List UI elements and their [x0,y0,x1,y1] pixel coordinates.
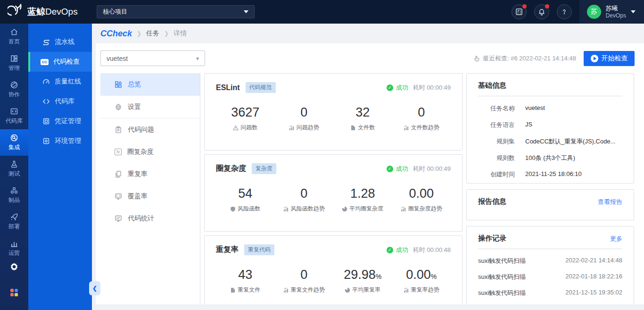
notifications-button[interactable] [534,4,549,19]
trend-icon [404,125,409,131]
menu-item-settings[interactable]: 设置 [100,96,200,118]
gauge-icon [42,78,50,85]
panel-title: 报告信息 [478,197,506,206]
help-button[interactable] [557,4,572,19]
task-select[interactable]: vuetest ▾ [100,50,205,66]
breadcrumb-app[interactable]: CCheck [100,29,132,39]
environment-icon [42,137,50,145]
stat-risk-func-trend[interactable]: 0 风险函数趋势 [275,186,334,213]
settings-gear-icon[interactable] [9,262,19,274]
sidebar-item-credentials[interactable]: 凭证管理 [28,111,92,131]
menu-item-overview[interactable]: 总览 [100,73,200,95]
menu-item-code-statistics[interactable]: 代码统计 [100,207,200,229]
sidebar-item-code-check[interactable]: CC 代码检查 [28,52,92,72]
user-menu[interactable]: 苏 苏曦 DevOps [579,0,644,24]
tool-tag: 代码规范 [246,82,276,93]
sidebar-item-pipeline[interactable]: 流水线 [28,32,92,52]
stat-complexity-trend[interactable]: 0.00 圈复杂度趋势 [392,186,451,213]
file-icon [350,125,356,131]
sidebar-item-quality-gate[interactable]: 质量红线 [28,72,92,92]
chevron-down-icon [631,10,636,13]
more-records-link[interactable]: 更多 [610,235,622,243]
copy-docs-icon [115,170,122,178]
stat-dup-files-trend[interactable]: 0 重复文件趋势 [275,268,334,294]
content-panel: vuetest ▾ 最近检查: #6 2022-02-21 14:14:48 开… [96,43,644,304]
sidebar-item-test[interactable]: 测试 [0,156,28,182]
start-check-button[interactable]: 开始检查 [584,51,635,66]
stat-dup-files[interactable]: 43 重复文件 [216,268,275,294]
panel-title: 操作记录 [478,234,506,243]
todo-list-button[interactable] [512,4,527,19]
task-menu: 总览 设置 代码问题 fx 圈复杂度 [100,73,200,304]
breadcrumb: CCheck ❯ 任务 ❯ 详情 [92,24,644,43]
menu-item-code-issues[interactable]: 代码问题 [100,118,200,141]
view-report-link[interactable]: 查看报告 [598,198,622,206]
manage-grid-icon [10,54,18,63]
sidebar-item-manage[interactable]: 管理 [0,50,28,76]
breadcrumb-tasks[interactable]: 任务 [146,29,159,38]
stat-issue-count[interactable]: 3627 问题数 [216,105,275,132]
trigger-hand-icon [473,55,480,62]
file-icon [230,287,236,293]
card-title[interactable]: 重复率 [216,245,239,255]
sidebar-item-integration[interactable]: 集成 [0,129,28,156]
stat-dup-rate-trend[interactable]: 0.00% 重复率趋势 [392,268,451,294]
stat-file-count[interactable]: 32 文件数 [333,105,392,132]
menu-item-complexity[interactable]: fx 圈复杂度 [100,141,200,163]
apps-grid-icon[interactable] [9,287,19,300]
status-text: 成功 [396,246,408,254]
pie-icon [342,206,347,212]
monitor-icon [115,193,122,200]
panel-title: 基础信息 [478,81,506,90]
statistics-icon [115,215,122,222]
shield-icon [230,206,236,212]
record-row: suxi触发代码扫描 2021-12-15 19:35:02 [478,289,622,297]
sidebar-item-artifact[interactable]: 制品 [0,182,28,209]
breadcrumb-detail: 详情 [173,29,187,38]
sidebar-item-deploy[interactable]: 部署 [0,209,28,235]
menu-item-coverage[interactable]: 覆盖率 [100,185,200,207]
sidebar-collapse-button[interactable]: ❮ [89,281,100,295]
sidebar-item-environment[interactable]: 环境管理 [28,131,92,151]
chevron-down-icon [244,10,248,13]
record-row: suxi触发代码扫描 2022-02-21 14:14:48 [478,257,622,265]
primary-sidebar: 首页 管理 协作 代码库 集成 测试 制品 部署 [0,24,28,310]
chevron-down-icon: ▾ [196,55,199,62]
user-name: 苏曦 [606,5,626,12]
card-title[interactable]: 圈复杂度 [216,164,246,174]
clipboard-icon [115,126,122,134]
stat-file-trend[interactable]: 0 文件数趋势 [392,105,451,132]
pie-icon [345,287,350,293]
integration-icon [10,134,18,142]
card-title[interactable]: ESLint [216,84,240,92]
bar-chart-icon [10,239,18,248]
notification-dot [545,4,549,8]
gear-icon [115,103,122,111]
play-icon [591,55,598,62]
stat-risk-func[interactable]: 54 风险函数 [216,186,275,213]
sidebar-item-collaboration[interactable]: 协作 [0,76,28,103]
sidebar-item-home[interactable]: 首页 [0,24,28,50]
avatar: 苏 [587,5,601,19]
project-selector[interactable]: 核心项目 [97,5,255,18]
bluekin-devops-logo[interactable]: 蓝鲸DevOps [0,4,97,20]
top-bar: 蓝鲸DevOps 核心项目 苏 [0,0,644,24]
stat-avg-complexity[interactable]: 1.28 平均圈复杂度 [333,186,392,213]
fx-icon: fx [115,149,122,155]
stat-issue-trend[interactable]: 0 问题趋势 [275,105,334,132]
sidebar-item-code-repo[interactable]: 代码库 [0,103,28,129]
task-toolbar: vuetest ▾ 最近检查: #6 2022-02-21 14:14:48 开… [96,43,644,73]
info-row-language: 任务语言 JS [478,121,622,129]
stat-avg-dup-rate[interactable]: 29.98% 平均重复率 [333,268,392,294]
codecc-icon: CC [41,59,49,65]
duration-text: 耗时 00:00:49 [413,165,451,173]
sidebar-item-measure[interactable]: 运营 [0,235,28,261]
report-panel: 报告信息 查看报告 [466,189,634,220]
success-check-icon: ✓ [387,166,393,172]
task-select-value: vuetest [107,55,128,62]
complexity-card: 圈复杂度 复杂度 ✓ 成功 耗时 00:00:49 54 风险函数 [204,154,462,232]
sidebar-item-repo[interactable]: 代码库 [28,92,92,111]
status-text: 成功 [396,165,408,173]
menu-item-duplication[interactable]: 重复率 [100,163,200,185]
artifact-icon [10,186,18,195]
